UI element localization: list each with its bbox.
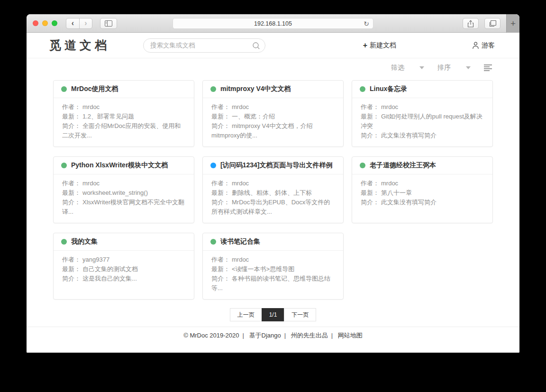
- user-icon: [472, 42, 479, 49]
- collection-card[interactable]: Linux备忘录 作者：mrdoc 最新：Git如何处理别人的pull requ…: [352, 80, 493, 147]
- intro-line: 简介：这是我自己的文集...: [62, 274, 186, 283]
- forward-button[interactable]: ›: [79, 18, 92, 28]
- author-value: mrdoc: [381, 103, 398, 110]
- latest-line: 最新：删除线、粗体、斜体、上下标: [211, 188, 336, 198]
- user-menu[interactable]: 游客: [472, 41, 495, 50]
- author-line: 作者：mrdoc: [361, 102, 485, 112]
- collection-grid: MrDoc使用文档 作者：mrdoc 最新：1.2、部署常见问题 简介：全面介绍…: [53, 80, 493, 300]
- next-page-button[interactable]: 下一页: [284, 308, 316, 321]
- sort-label: 排序: [437, 64, 451, 72]
- chevron-down-icon: [466, 66, 471, 69]
- search-input[interactable]: [150, 42, 250, 49]
- intro-label: 简介：: [62, 199, 81, 206]
- collection-card-body: 作者：mrdoc 最新：Git如何处理别人的pull request及解决冲突 …: [352, 98, 492, 140]
- author-label: 作者：: [62, 103, 81, 110]
- prev-page-button[interactable]: 上一页: [230, 308, 262, 321]
- intro-label: 简介：: [211, 199, 230, 206]
- collection-card-body: 作者：mrdoc 最新：<读懂一本书>思维导图 简介：各种书籍的读书笔记、思维导…: [203, 251, 343, 293]
- intro-label: 简介：: [361, 132, 379, 139]
- collection-card[interactable]: [访问码1234]文档页面与导出文件样例 作者：mrdoc 最新：删除线、粗体、…: [202, 156, 344, 223]
- sort-dropdown[interactable]: 排序: [437, 64, 471, 72]
- latest-label: 最新：: [211, 265, 230, 273]
- site-logo[interactable]: 觅道文档: [49, 37, 110, 53]
- intro-label: 简介：: [62, 122, 81, 129]
- forward-icon: ›: [84, 19, 87, 27]
- footer-separator: |: [243, 332, 244, 339]
- collection-card-header: MrDoc使用文档: [54, 81, 194, 98]
- search-icon[interactable]: [252, 42, 260, 50]
- collection-card-body: 作者：mrdoc 最新：worksheet.write_string() 简介：…: [54, 174, 194, 217]
- close-window-button[interactable]: [33, 20, 38, 26]
- new-document-button[interactable]: + 新建文档: [363, 41, 396, 50]
- author-line: 作者：mrdoc: [211, 179, 336, 188]
- back-button[interactable]: ‹: [66, 18, 79, 28]
- collection-card-header: Linux备忘录: [352, 81, 492, 98]
- latest-label: 最新：: [62, 265, 81, 273]
- intro-value: 此文集没有填写简介: [381, 199, 437, 206]
- copyright-text: © MrDoc 2019-2020: [183, 332, 239, 339]
- collection-card[interactable]: 我的文集 作者：yang9377 最新：自己文集的测试文档 简介：这是我自己的文…: [53, 233, 194, 300]
- author-value: yang9377: [82, 256, 109, 263]
- page-content: 觅道文档 + 新建文档 游客 筛选: [27, 33, 519, 353]
- collection-card-body: 作者：yang9377 最新：自己文集的测试文档 简介：这是我自己的文集...: [54, 251, 194, 283]
- latest-value: <读懂一本书>思维导图: [232, 265, 294, 273]
- minimize-window-button[interactable]: [42, 20, 48, 26]
- collection-card-header: 我的文集: [54, 233, 194, 251]
- filter-dropdown[interactable]: 筛选: [391, 64, 424, 72]
- collection-title: mitmproxy V4中文文档: [220, 85, 291, 93]
- chevron-down-icon: [419, 66, 424, 69]
- intro-line: 简介：MrDoc导出为EPUB、Docx等文件的所有样式测试样章文...: [211, 198, 336, 217]
- author-value: mrdoc: [381, 180, 398, 187]
- collection-card-body: 作者：mrdoc 最新：第八十一章 简介：此文集没有填写简介: [352, 174, 492, 207]
- collection-card[interactable]: MrDoc使用文档 作者：mrdoc 最新：1.2、部署常见问题 简介：全面介绍…: [53, 80, 194, 147]
- collection-card-body: 作者：mrdoc 最新：一、概览：介绍 简介：mitmproxy V4中文文档，…: [203, 98, 343, 140]
- filter-label: 筛选: [391, 64, 404, 72]
- collection-title: [访问码1234]文档页面与导出文件样例: [220, 161, 332, 170]
- sidebar-toggle-button[interactable]: [100, 18, 117, 29]
- current-page-indicator: 1/1: [262, 308, 285, 321]
- collection-status-dot: [210, 86, 216, 92]
- latest-label: 最新：: [62, 189, 81, 196]
- collection-card[interactable]: Python XlsxWriter模块中文文档 作者：mrdoc 最新：work…: [53, 156, 194, 223]
- producer-link[interactable]: 州的先生出品: [291, 332, 328, 339]
- author-label: 作者：: [211, 256, 230, 263]
- collection-status-dot: [360, 163, 365, 168]
- new-tab-button[interactable]: +: [506, 14, 519, 33]
- latest-label: 最新：: [361, 189, 379, 196]
- collection-card[interactable]: mitmproxy V4中文文档 作者：mrdoc 最新：一、概览：介绍 简介：…: [202, 80, 344, 147]
- collection-card[interactable]: 老子道德经校注王弼本 作者：mrdoc 最新：第八十一章 简介：此文集没有填写简…: [352, 156, 493, 223]
- plus-icon: +: [363, 41, 367, 50]
- share-button[interactable]: [463, 18, 479, 29]
- nav-buttons: ‹ ›: [66, 18, 92, 29]
- collection-card[interactable]: 读书笔记合集 作者：mrdoc 最新：<读懂一本书>思维导图 简介：各种书籍的读…: [202, 233, 344, 300]
- zoom-window-button[interactable]: [52, 20, 57, 26]
- list-icon: [484, 64, 492, 72]
- share-icon: [467, 20, 474, 27]
- latest-value: 自己文集的测试文档: [82, 265, 138, 273]
- address-bar[interactable]: 192.168.1.105 ↻: [173, 18, 373, 29]
- collection-card-header: [访问码1234]文档页面与导出文件样例: [203, 157, 343, 174]
- author-label: 作者：: [62, 256, 81, 263]
- plus-icon: +: [510, 18, 516, 29]
- latest-value: 删除线、粗体、斜体、上下标: [232, 189, 312, 196]
- author-value: mrdoc: [232, 256, 249, 263]
- author-line: 作者：yang9377: [62, 255, 186, 264]
- sitemap-link[interactable]: 网站地图: [338, 332, 363, 339]
- author-label: 作者：: [62, 180, 81, 187]
- collection-status-dot: [210, 163, 216, 168]
- collection-card-body: 作者：mrdoc 最新：删除线、粗体、斜体、上下标 简介：MrDoc导出为EPU…: [203, 174, 343, 217]
- intro-line: 简介：此文集没有填写简介: [361, 198, 485, 207]
- tab-overview-button[interactable]: [484, 18, 500, 29]
- latest-label: 最新：: [211, 189, 230, 196]
- django-link[interactable]: 基于Django: [249, 332, 281, 339]
- list-view-toggle[interactable]: [484, 64, 492, 72]
- intro-label: 简介：: [211, 122, 230, 129]
- reload-icon[interactable]: ↻: [364, 20, 369, 27]
- author-line: 作者：mrdoc: [361, 179, 485, 188]
- collection-card-header: 读书笔记合集: [203, 233, 343, 251]
- latest-value: worksheet.write_string(): [82, 189, 148, 196]
- latest-label: 最新：: [361, 113, 379, 120]
- url-text: 192.168.1.105: [254, 20, 292, 27]
- collection-title: 读书笔记合集: [220, 237, 260, 246]
- latest-line: 最新：1.2、部署常见问题: [62, 112, 186, 121]
